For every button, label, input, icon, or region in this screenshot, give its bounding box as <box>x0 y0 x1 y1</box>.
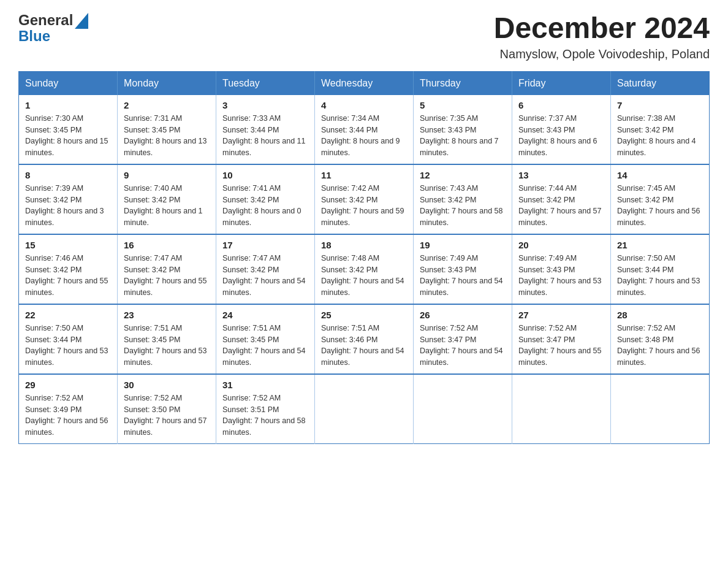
daylight-label: Daylight: 8 hours and 7 minutes. <box>420 137 499 157</box>
sunrise-label: Sunrise: 7:49 AM <box>518 254 577 262</box>
sunrise-label: Sunrise: 7:50 AM <box>617 254 675 262</box>
day-info: Sunrise: 7:52 AM Sunset: 3:47 PM Dayligh… <box>420 323 506 369</box>
day-number: 31 <box>222 380 308 390</box>
sunrise-label: Sunrise: 7:30 AM <box>25 114 83 123</box>
daylight-label: Daylight: 7 hours and 54 minutes. <box>420 277 503 297</box>
daylight-label: Daylight: 8 hours and 6 minutes. <box>518 137 597 157</box>
calendar-day-cell: 15 Sunrise: 7:46 AM Sunset: 3:42 PM Dayl… <box>19 234 118 304</box>
day-number: 22 <box>25 310 111 320</box>
sunrise-label: Sunrise: 7:48 AM <box>321 254 379 262</box>
day-info: Sunrise: 7:48 AM Sunset: 3:42 PM Dayligh… <box>321 253 407 299</box>
sunset-label: Sunset: 3:42 PM <box>617 126 673 134</box>
calendar-day-cell: 22 Sunrise: 7:50 AM Sunset: 3:44 PM Dayl… <box>19 304 118 374</box>
day-info: Sunrise: 7:47 AM Sunset: 3:42 PM Dayligh… <box>124 253 210 299</box>
day-info: Sunrise: 7:44 AM Sunset: 3:42 PM Dayligh… <box>518 183 604 229</box>
day-number: 20 <box>518 240 604 250</box>
calendar-day-cell: 8 Sunrise: 7:39 AM Sunset: 3:42 PM Dayli… <box>19 164 118 234</box>
page-header: General Blue December 2024 Namyslow, Opo… <box>18 12 710 61</box>
daylight-label: Daylight: 7 hours and 54 minutes. <box>222 277 306 297</box>
daylight-label: Daylight: 8 hours and 0 minutes. <box>222 207 301 227</box>
sunrise-label: Sunrise: 7:31 AM <box>124 114 182 123</box>
sunrise-label: Sunrise: 7:33 AM <box>222 114 281 123</box>
calendar-week-row: 8 Sunrise: 7:39 AM Sunset: 3:42 PM Dayli… <box>19 164 710 234</box>
calendar-day-cell: 16 Sunrise: 7:47 AM Sunset: 3:42 PM Dayl… <box>118 234 216 304</box>
daylight-label: Daylight: 7 hours and 59 minutes. <box>321 207 404 227</box>
daylight-label: Daylight: 8 hours and 13 minutes. <box>124 137 207 157</box>
day-info: Sunrise: 7:51 AM Sunset: 3:46 PM Dayligh… <box>321 323 407 369</box>
day-info: Sunrise: 7:42 AM Sunset: 3:42 PM Dayligh… <box>321 183 407 229</box>
daylight-label: Daylight: 7 hours and 56 minutes. <box>617 207 700 227</box>
sunrise-label: Sunrise: 7:52 AM <box>617 324 675 332</box>
daylight-label: Daylight: 7 hours and 54 minutes. <box>420 347 503 367</box>
day-info: Sunrise: 7:52 AM Sunset: 3:51 PM Dayligh… <box>222 393 308 439</box>
daylight-label: Daylight: 7 hours and 58 minutes. <box>222 416 306 437</box>
sunset-label: Sunset: 3:42 PM <box>321 266 377 274</box>
sunrise-label: Sunrise: 7:52 AM <box>124 394 182 402</box>
calendar-day-cell: 24 Sunrise: 7:51 AM Sunset: 3:45 PM Dayl… <box>216 304 315 374</box>
day-number: 21 <box>617 240 703 250</box>
daylight-label: Daylight: 7 hours and 53 minutes. <box>617 277 700 297</box>
sunrise-label: Sunrise: 7:38 AM <box>617 114 675 123</box>
sunrise-label: Sunrise: 7:47 AM <box>124 254 182 262</box>
daylight-label: Daylight: 7 hours and 53 minutes. <box>124 347 207 367</box>
day-number: 28 <box>617 310 703 320</box>
sunset-label: Sunset: 3:43 PM <box>420 266 476 274</box>
sunrise-label: Sunrise: 7:51 AM <box>321 324 379 332</box>
sunrise-label: Sunrise: 7:52 AM <box>518 324 577 332</box>
sunrise-label: Sunrise: 7:50 AM <box>25 324 83 332</box>
calendar-day-cell: 4 Sunrise: 7:34 AM Sunset: 3:44 PM Dayli… <box>315 95 414 164</box>
sunrise-label: Sunrise: 7:51 AM <box>222 324 281 332</box>
day-info: Sunrise: 7:34 AM Sunset: 3:44 PM Dayligh… <box>321 113 407 159</box>
day-info: Sunrise: 7:52 AM Sunset: 3:49 PM Dayligh… <box>25 393 111 439</box>
sunset-label: Sunset: 3:44 PM <box>222 126 279 134</box>
sunrise-label: Sunrise: 7:52 AM <box>222 394 281 402</box>
daylight-label: Daylight: 7 hours and 56 minutes. <box>617 347 700 367</box>
sunrise-label: Sunrise: 7:41 AM <box>222 184 281 193</box>
calendar-day-cell: 1 Sunrise: 7:30 AM Sunset: 3:45 PM Dayli… <box>19 95 118 164</box>
calendar-day-cell: 5 Sunrise: 7:35 AM Sunset: 3:43 PM Dayli… <box>414 95 512 164</box>
daylight-label: Daylight: 7 hours and 55 minutes. <box>518 347 602 367</box>
sunrise-label: Sunrise: 7:52 AM <box>420 324 478 332</box>
day-info: Sunrise: 7:51 AM Sunset: 3:45 PM Dayligh… <box>124 323 210 369</box>
day-number: 27 <box>518 310 604 320</box>
calendar-day-cell: 18 Sunrise: 7:48 AM Sunset: 3:42 PM Dayl… <box>315 234 414 304</box>
day-number: 26 <box>420 310 506 320</box>
calendar-day-cell: 23 Sunrise: 7:51 AM Sunset: 3:45 PM Dayl… <box>118 304 216 374</box>
day-number: 8 <box>25 170 111 180</box>
sunrise-label: Sunrise: 7:43 AM <box>420 184 478 193</box>
day-number: 29 <box>25 380 111 390</box>
day-info: Sunrise: 7:47 AM Sunset: 3:42 PM Dayligh… <box>222 253 308 299</box>
sunset-label: Sunset: 3:43 PM <box>518 266 575 274</box>
sunrise-label: Sunrise: 7:47 AM <box>222 254 281 262</box>
day-info: Sunrise: 7:50 AM Sunset: 3:44 PM Dayligh… <box>617 253 703 299</box>
calendar-week-row: 15 Sunrise: 7:46 AM Sunset: 3:42 PM Dayl… <box>19 234 710 304</box>
daylight-label: Daylight: 7 hours and 54 minutes. <box>321 347 404 367</box>
daylight-label: Daylight: 7 hours and 58 minutes. <box>420 207 503 227</box>
calendar-day-cell: 7 Sunrise: 7:38 AM Sunset: 3:42 PM Dayli… <box>611 95 710 164</box>
calendar-day-cell: 25 Sunrise: 7:51 AM Sunset: 3:46 PM Dayl… <box>315 304 414 374</box>
daylight-label: Daylight: 8 hours and 11 minutes. <box>222 137 306 157</box>
logo-general-text: General <box>18 12 73 28</box>
daylight-label: Daylight: 8 hours and 9 minutes. <box>321 137 400 157</box>
day-number: 19 <box>420 240 506 250</box>
calendar-day-cell <box>315 374 414 444</box>
calendar-week-row: 1 Sunrise: 7:30 AM Sunset: 3:45 PM Dayli… <box>19 95 710 164</box>
day-number: 11 <box>321 170 407 180</box>
day-of-week-header: Friday <box>512 71 611 95</box>
calendar-day-cell: 11 Sunrise: 7:42 AM Sunset: 3:42 PM Dayl… <box>315 164 414 234</box>
logo: General Blue <box>18 12 88 45</box>
logo-blue-text: Blue <box>18 28 50 44</box>
calendar-week-row: 29 Sunrise: 7:52 AM Sunset: 3:49 PM Dayl… <box>19 374 710 444</box>
day-number: 5 <box>420 100 506 110</box>
day-number: 18 <box>321 240 407 250</box>
calendar-day-cell: 28 Sunrise: 7:52 AM Sunset: 3:48 PM Dayl… <box>611 304 710 374</box>
daylight-label: Daylight: 7 hours and 56 minutes. <box>25 416 108 437</box>
day-number: 3 <box>222 100 308 110</box>
sunset-label: Sunset: 3:48 PM <box>617 335 673 344</box>
day-of-week-header: Saturday <box>611 71 710 95</box>
sunset-label: Sunset: 3:44 PM <box>25 335 82 344</box>
calendar-day-cell: 30 Sunrise: 7:52 AM Sunset: 3:50 PM Dayl… <box>118 374 216 444</box>
daylight-label: Daylight: 7 hours and 54 minutes. <box>321 277 404 297</box>
sunrise-label: Sunrise: 7:45 AM <box>617 184 675 193</box>
daylight-label: Daylight: 7 hours and 57 minutes. <box>518 207 602 227</box>
